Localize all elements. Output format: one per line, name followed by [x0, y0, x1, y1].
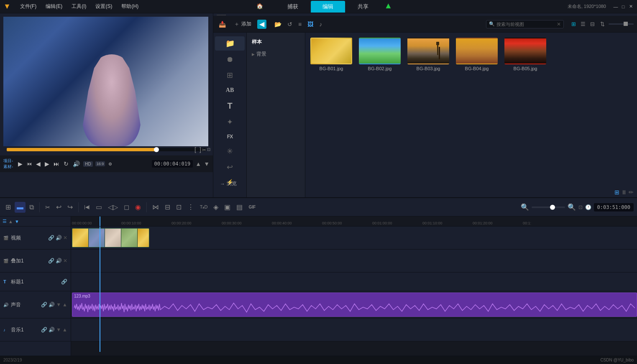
media-grid-icon[interactable]: ⊞ [614, 189, 619, 196]
list-view-button[interactable]: ☰ [579, 20, 587, 28]
music-volume-icon[interactable]: 🔊 [49, 327, 55, 333]
tab-share[interactable]: 共享 [346, 1, 380, 13]
to-end-button[interactable]: ⏭ [53, 160, 60, 168]
zoom-out-icon[interactable]: 🔍 [521, 203, 529, 211]
sidebar-item-record[interactable]: ⏺ [215, 52, 245, 66]
image-filter-icon[interactable]: 🖼 [305, 20, 315, 29]
timeline-record-btn[interactable]: ◉ [133, 201, 143, 213]
timeline-grid-button[interactable]: ⊞ [3, 201, 13, 213]
refresh-icon[interactable]: ↺ [285, 20, 294, 29]
timeline-undo-button[interactable]: ↩ [54, 201, 64, 213]
in-point[interactable]: [ [194, 146, 196, 153]
volume-button[interactable]: 🔊 [72, 160, 81, 168]
to-start-button[interactable]: ⏮ [26, 160, 33, 168]
scrubber-container[interactable]: [ ] ✂ ⊡ [3, 148, 210, 155]
video-volume-icon[interactable]: 🔊 [56, 235, 62, 241]
close-button[interactable]: ✕ [628, 4, 634, 10]
timeline-mask-btn[interactable]: T₃D [198, 203, 210, 211]
menu-tools[interactable]: 工具(I) [67, 1, 90, 12]
ruler-list-icon[interactable]: ☰ [3, 219, 7, 224]
scissors-icon[interactable]: ✂ [202, 147, 206, 153]
tab-edit[interactable]: 编辑 [311, 1, 345, 13]
fit-icon[interactable]: ⊡ [578, 204, 583, 210]
loop-button[interactable]: ↻ [63, 160, 69, 168]
timeline-redo-button[interactable]: ↪ [65, 201, 75, 213]
timeline-to-start[interactable]: |◀| [82, 203, 92, 211]
preview-video[interactable] [3, 17, 208, 146]
next-frame-button[interactable]: ▶ [44, 160, 50, 168]
search-clear-icon[interactable]: ✕ [557, 21, 561, 27]
timeline-speed-btn[interactable]: ⋮ [185, 201, 196, 213]
timeline-gif-btn[interactable]: GIF [246, 203, 258, 211]
thumb-bg-b01[interactable]: BG-B01.jpg [310, 38, 352, 71]
video-clip-1[interactable] [72, 228, 149, 247]
tab-home[interactable]: 🏠 [245, 1, 275, 13]
sidebar-item-motion[interactable]: ✳ [215, 144, 245, 158]
track-row-music[interactable] [71, 318, 637, 341]
timeline-audio-btn[interactable]: ⋈ [150, 201, 161, 213]
timeline-color-btn[interactable]: ⊡ [174, 201, 184, 213]
sidebar-item-media[interactable]: 📁 [215, 36, 245, 51]
settings-icon[interactable]: ⚙ [107, 161, 113, 167]
out-point[interactable]: ] [200, 146, 201, 153]
list-icon[interactable]: ≡ [296, 20, 304, 29]
category-sample[interactable]: 样本 [247, 36, 305, 48]
thumb-bg-b05[interactable]: BG-B05.jpg [504, 38, 546, 71]
import-icon[interactable]: 📥 [217, 20, 228, 29]
export-icon[interactable]: ⊡ [207, 147, 210, 152]
track-row-audio[interactable]: 123.mp3 [71, 291, 637, 318]
menu-file[interactable]: 文件(F) [16, 1, 41, 12]
timeline-subtitle-btn[interactable]: ⊟ [163, 201, 172, 213]
sidebar-item-transition[interactable]: ⊞ [215, 68, 245, 82]
audio-filter-icon[interactable]: ♪ [317, 20, 324, 29]
overlay-volume-icon[interactable]: 🔊 [56, 258, 62, 264]
video-link-icon[interactable]: 🔗 [48, 235, 54, 241]
audio-link-icon[interactable]: 🔗 [41, 302, 47, 308]
timeline-freeze[interactable]: ◻ [122, 201, 131, 213]
timeline-split[interactable]: ◁▷ [106, 201, 120, 213]
clock-icon[interactable]: 🕐 [585, 204, 591, 210]
sort-button[interactable]: ⇅ [599, 20, 606, 28]
search-input[interactable] [496, 22, 555, 27]
media-edit-icon[interactable]: ✏ [629, 189, 634, 196]
timeline-track-button[interactable]: ▬ [15, 202, 26, 213]
zoom-slider[interactable] [532, 206, 565, 208]
detail-view-button[interactable]: ⊟ [588, 20, 596, 28]
menu-help[interactable]: 帮助(H) [117, 1, 143, 12]
sidebar-item-text[interactable]: T [215, 98, 245, 113]
thumb-bg-b02[interactable]: BG-B02.jpg [359, 38, 401, 71]
size-slider[interactable] [609, 23, 634, 25]
add-media-button[interactable]: ＋ 添加 [230, 19, 255, 30]
timeline-cut-button[interactable]: ✂ [43, 202, 52, 212]
browse-button[interactable]: → 浏览 [217, 178, 240, 189]
overlay-link-icon[interactable]: 🔗 [48, 258, 54, 264]
zoom-slider-thumb[interactable] [550, 205, 555, 210]
grid-view-button[interactable]: ⊞ [570, 20, 578, 28]
track-row-overlay[interactable] [71, 249, 637, 272]
timeline-crop-btn[interactable]: ◈ [211, 201, 220, 213]
sidebar-item-effects[interactable]: ✦ [215, 115, 245, 129]
track-row-video[interactable] [71, 227, 637, 249]
music-link-icon[interactable]: 🔗 [41, 327, 47, 333]
zoom-in-icon[interactable]: 🔍 [568, 203, 576, 211]
upload-button[interactable]: ▲ [384, 1, 393, 13]
thumb-bg-b03[interactable]: BG-B03.jpg [407, 38, 449, 71]
scrubber-thumb[interactable] [154, 147, 159, 152]
minimize-button[interactable]: — [613, 4, 619, 10]
sidebar-item-fx[interactable]: FX [215, 131, 245, 143]
audio-lock-icon[interactable]: ▲ [62, 302, 67, 308]
audio-clip-1[interactable]: 123.mp3 [72, 293, 637, 317]
timeline-copy-button[interactable]: ⧉ [27, 202, 36, 213]
filter-button[interactable]: ◀ [257, 20, 266, 29]
timecode-up[interactable]: ▲ [195, 160, 201, 167]
scrubber[interactable] [7, 148, 206, 151]
thumb-bg-b04[interactable]: BG-B04.jpg [456, 38, 498, 71]
media-pause-icon[interactable]: ⏸ [621, 189, 627, 196]
sidebar-item-undo[interactable]: ↩ [215, 160, 245, 174]
timecode-down[interactable]: ▼ [204, 160, 210, 167]
ratio-badge[interactable]: 16:9 [95, 161, 105, 166]
quality-badge[interactable]: HD [83, 161, 92, 167]
ruler-filter-icon[interactable]: ▼ [15, 219, 19, 224]
timeline-denoise-btn[interactable]: ▤ [234, 201, 245, 213]
tab-capture[interactable]: 捕获 [276, 1, 310, 13]
